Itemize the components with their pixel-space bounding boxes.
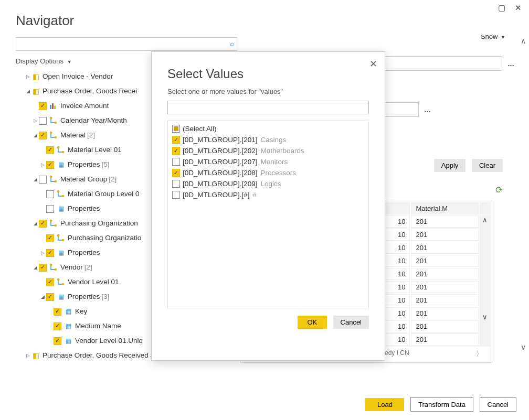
value-item[interactable]: [0D_MTLGROUP].[207] Monitors (168, 156, 368, 167)
apply-button[interactable]: Apply (434, 159, 466, 172)
cube-icon: ◧ (31, 72, 40, 81)
close-icon[interactable]: ✕ (369, 58, 377, 70)
checkbox[interactable]: ✓ (172, 136, 180, 144)
checkbox[interactable]: ✓ (46, 249, 54, 257)
expander-icon[interactable]: ▷ (24, 353, 31, 359)
expander-icon[interactable]: ▷ (39, 162, 46, 168)
ellipsis-button[interactable]: … (504, 60, 519, 68)
ok-button[interactable]: OK (298, 316, 327, 329)
expander-icon[interactable]: ▷ (24, 74, 31, 80)
checkbox[interactable]: ✓ (39, 264, 47, 272)
checkbox[interactable] (46, 205, 54, 213)
checkbox[interactable] (172, 180, 180, 188)
checkbox[interactable]: ✓ (54, 322, 61, 330)
table-cell: 201 (411, 229, 478, 241)
svg-rect-1 (52, 103, 54, 109)
table-cell: 201 (411, 320, 478, 332)
expander-icon[interactable]: ◢ (31, 221, 39, 227)
checkbox[interactable]: ✓ (46, 146, 54, 154)
checkbox[interactable] (46, 190, 54, 198)
load-button[interactable]: Load (365, 398, 404, 411)
clear-button[interactable]: Clear (472, 159, 503, 172)
hierarchy-icon (49, 219, 58, 228)
table-cell: 201 (411, 333, 478, 346)
search-input[interactable] (16, 37, 237, 51)
refresh-icon[interactable]: ⟳ (495, 185, 503, 196)
svg-point-15 (57, 234, 59, 236)
checkbox[interactable]: ✓ (39, 220, 47, 228)
value-item[interactable]: ✓ [0D_MTLGROUP].[202] Motherboards (168, 145, 368, 156)
chevron-down-icon: ▼ (67, 59, 72, 64)
checkbox[interactable]: ✓ (39, 132, 47, 139)
table-cell: 201 (411, 216, 478, 228)
expander-icon[interactable]: ◢ (24, 89, 31, 94)
svg-rect-0 (50, 105, 51, 109)
scroll-up-icon[interactable]: ∧ (480, 216, 490, 224)
search-icon[interactable]: ⌕ (230, 39, 234, 48)
checkbox[interactable]: ✓ (46, 161, 54, 169)
hierarchy-icon (57, 278, 65, 286)
svg-point-16 (62, 239, 64, 241)
page-title: Navigator (0, 0, 529, 35)
expander-icon[interactable]: ◢ (39, 294, 46, 300)
expander-icon[interactable]: ◢ (31, 133, 39, 138)
scroll-up-icon[interactable]: ∧ (521, 37, 526, 45)
cancel-button[interactable]: Cancel (333, 316, 369, 329)
checkbox[interactable]: ✓ (172, 147, 180, 155)
svg-point-17 (50, 264, 52, 266)
ellipsis-button[interactable]: … (421, 106, 435, 114)
outer-scrollbar[interactable]: ∧ ∨ (520, 37, 527, 351)
select-all-item[interactable]: (Select All) (168, 123, 368, 134)
checkbox[interactable]: ✓ (46, 278, 54, 286)
value-item[interactable]: [0D_MTLGROUP].[#] # (168, 189, 368, 200)
checkbox[interactable]: ✓ (54, 337, 61, 345)
scroll-down-icon[interactable]: ∨ (480, 313, 490, 321)
svg-point-18 (55, 268, 57, 271)
scroll-down-icon[interactable]: ∨ (521, 343, 526, 351)
checkbox[interactable]: ✓ (172, 169, 180, 177)
expander-icon[interactable]: ◢ (31, 265, 39, 271)
expander-icon[interactable]: ▷ (31, 118, 39, 124)
checkbox[interactable] (172, 158, 180, 166)
value-item[interactable]: ✓ [0D_MTLGROUP].[208] Processors (168, 167, 368, 178)
window-close-icon[interactable]: ✕ (515, 3, 522, 13)
checkbox[interactable] (39, 176, 47, 184)
show-dropdown[interactable]: Show ▼ (481, 35, 505, 40)
expander-icon[interactable]: ◢ (31, 177, 39, 182)
expander-icon[interactable]: ▷ (39, 250, 46, 256)
hierarchy-icon (49, 263, 58, 272)
transform-data-button[interactable]: Transform Data (410, 397, 473, 412)
scroll-right-icon[interactable]: 〉 (476, 349, 483, 359)
bar-chart-icon (49, 102, 58, 110)
select-values-dialog: ✕ Select Values Select one or more value… (151, 51, 385, 361)
cube-icon: ◧ (31, 351, 40, 360)
column-header[interactable]: Material.M (411, 202, 478, 214)
table-cell: 201 (411, 255, 478, 267)
checkbox[interactable] (172, 191, 180, 199)
table-cell: 201 (411, 281, 478, 293)
checkbox[interactable]: ✓ (54, 308, 61, 316)
checkbox[interactable]: ✓ (39, 102, 47, 110)
checkbox[interactable]: ✓ (46, 293, 54, 301)
value-item[interactable]: [0D_MTLGROUP].[209] Logics (168, 178, 368, 189)
table-cell: 201 (411, 242, 478, 254)
dialog-values-list: (Select All) ✓ [0D_MTLGROUP].[201] Casin… (167, 121, 369, 308)
svg-point-19 (57, 278, 59, 281)
checkbox[interactable] (172, 125, 180, 133)
svg-point-10 (55, 180, 57, 182)
svg-point-6 (55, 136, 57, 138)
svg-point-14 (55, 224, 57, 227)
table-icon: ▦ (57, 161, 65, 168)
value-item[interactable]: ✓ [0D_MTLGROUP].[201] Casings (168, 134, 368, 145)
hierarchy-icon (49, 175, 58, 184)
cancel-button[interactable]: Cancel (480, 397, 516, 412)
checkbox[interactable] (39, 117, 47, 125)
svg-rect-2 (54, 106, 56, 109)
cube-icon: ◧ (31, 87, 40, 96)
table-icon: ▦ (64, 337, 72, 344)
table-cell: 201 (411, 268, 478, 280)
dialog-subtitle: Select one or more values for "values" (152, 85, 385, 101)
dialog-filter-input[interactable] (167, 101, 369, 114)
window-restore-icon[interactable]: ▢ (498, 3, 505, 13)
checkbox[interactable]: ✓ (46, 234, 54, 242)
